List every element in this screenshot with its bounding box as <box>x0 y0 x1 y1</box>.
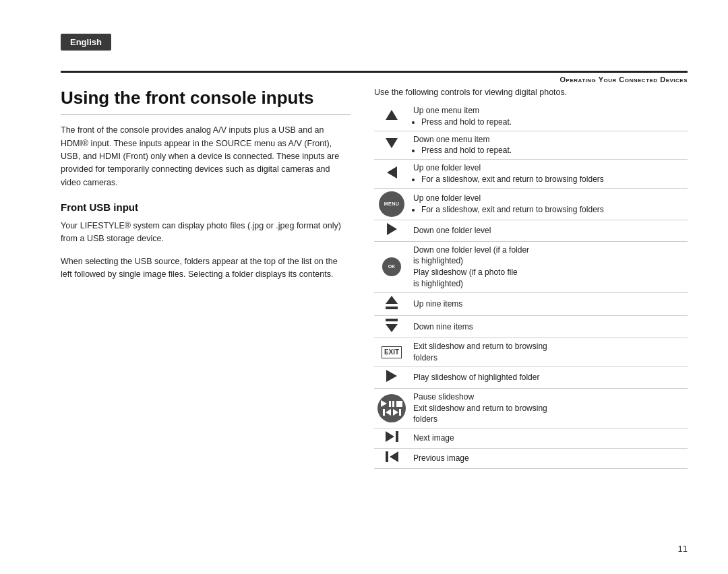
icon-cell-remote <box>374 388 409 428</box>
icon-cell-left <box>374 160 409 189</box>
table-row: Pause slideshow Exit slideshow and retur… <box>374 388 688 428</box>
page-up-icon <box>384 296 399 309</box>
icon-cell-play <box>374 366 409 388</box>
intro-text: Use the following controls for viewing d… <box>374 88 688 97</box>
operating-header: Operating Your Connected Devices <box>61 75 688 84</box>
desc-cell-up: Up one menu item Press and hold to repea… <box>409 102 688 131</box>
desc-cell-remote: Pause slideshow Exit slideshow and retur… <box>409 388 688 428</box>
left-column: Using the front console inputs The front… <box>61 88 351 291</box>
desc-cell-page-down: Down nine items <box>409 315 688 338</box>
table-row: Previous image <box>374 448 688 468</box>
section-body-3: When selecting the USB source, folders a… <box>61 255 351 282</box>
icon-cell-up <box>374 102 409 131</box>
english-badge: English <box>61 34 111 51</box>
remote-prev-btn-icon <box>383 409 391 416</box>
page-down-icon <box>384 319 399 332</box>
desc-cell-page-up: Up nine items <box>409 292 688 315</box>
desc-cell-left: Up one folder level For a slideshow, exi… <box>409 160 688 189</box>
remote-next-btn-icon <box>393 409 401 416</box>
icon-cell-prev <box>374 448 409 468</box>
table-row: Play slideshow of highlighted folder <box>374 366 688 388</box>
left-arrow-icon <box>387 166 397 179</box>
table-row: Up nine items <box>374 292 688 315</box>
table-row: EXIT Exit slideshow and return to browsi… <box>374 338 688 367</box>
icon-cell-down <box>374 131 409 160</box>
body-text-1: The front of the console provides analog… <box>61 124 351 189</box>
table-row: OK Down one folder level (if a folder is… <box>374 241 688 292</box>
section-title: Front USB input <box>61 201 351 213</box>
remote-pause-icon <box>389 401 394 407</box>
ok-button-icon: OK <box>382 257 401 276</box>
icon-cell-next <box>374 428 409 449</box>
table-row: Up one menu item Press and hold to repea… <box>374 102 688 131</box>
right-column: Use the following controls for viewing d… <box>374 88 688 469</box>
desc-cell-play: Play slideshow of highlighted folder <box>409 366 688 388</box>
icon-cell-right <box>374 220 409 241</box>
desc-cell-next: Next image <box>409 428 688 449</box>
table-row: Next image <box>374 428 688 449</box>
menu-button-icon: MENU <box>379 191 404 217</box>
remote-play-icon <box>381 400 387 407</box>
next-icon <box>386 431 398 442</box>
prev-icon <box>386 451 398 462</box>
table-row: Down one folder level <box>374 220 688 241</box>
desc-cell-down: Down one menu item Press and hold to rep… <box>409 131 688 160</box>
table-row: Down nine items <box>374 315 688 338</box>
icon-cell-menu: MENU <box>374 188 409 220</box>
desc-cell-menu: Up one folder level For a slideshow, exi… <box>409 188 688 220</box>
down-arrow-icon <box>386 138 398 148</box>
remote-stop-icon <box>396 401 402 407</box>
page-title: Using the front console inputs <box>61 88 351 115</box>
up-arrow-icon <box>386 110 398 120</box>
controls-table: Up one menu item Press and hold to repea… <box>374 102 688 469</box>
icon-cell-exit: EXIT <box>374 338 409 367</box>
top-rule <box>61 71 688 73</box>
desc-cell-prev: Previous image <box>409 448 688 468</box>
icon-cell-page-down <box>374 315 409 338</box>
table-row: MENU Up one folder level For a slideshow… <box>374 188 688 220</box>
icon-cell-page-up <box>374 292 409 315</box>
icon-cell-ok: OK <box>374 241 409 292</box>
remote-circle-icon <box>377 394 406 422</box>
table-row: Down one menu item Press and hold to rep… <box>374 131 688 160</box>
right-arrow-icon <box>387 223 397 235</box>
exit-text-icon: EXIT <box>382 346 402 358</box>
desc-cell-right: Down one folder level <box>409 220 688 241</box>
play-icon <box>386 370 397 382</box>
desc-cell-exit: Exit slideshow and return to browsingfol… <box>409 338 688 367</box>
desc-cell-ok: Down one folder level (if a folder is hi… <box>409 241 688 292</box>
section-body-2: Your LIFESTYLE® system can display photo… <box>61 220 351 246</box>
page-number: 11 <box>678 544 688 554</box>
table-row: Up one folder level For a slideshow, exi… <box>374 160 688 189</box>
